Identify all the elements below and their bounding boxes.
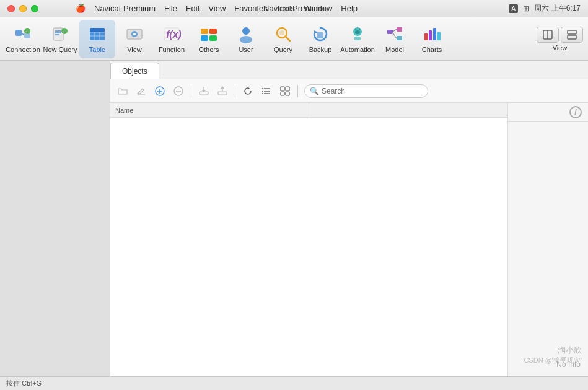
edit-button[interactable] [133, 83, 150, 99]
others-icon [199, 24, 219, 44]
svg-rect-44 [429, 30, 432, 40]
svg-rect-70 [281, 87, 284, 91]
new-button[interactable] [151, 83, 169, 99]
others-label: Others [198, 46, 219, 53]
toolbar-sep-1 [191, 85, 191, 97]
view-label: View [127, 46, 142, 53]
svg-line-42 [393, 33, 397, 38]
minimize-button[interactable] [19, 5, 27, 12]
toolbar-new-query[interactable]: + New Query [42, 20, 78, 58]
svg-text:f(x): f(x) [166, 29, 181, 40]
delete-button[interactable] [170, 83, 187, 99]
svg-rect-12 [90, 28, 105, 32]
input-indicator: A [509, 4, 518, 13]
function-label: Function [159, 46, 185, 53]
toolbar-sep-3 [297, 85, 298, 97]
model-icon [385, 24, 405, 44]
empty-table-content [110, 118, 507, 376]
close-button[interactable] [7, 5, 15, 12]
toolbar-connection[interactable]: + Connection [5, 20, 41, 58]
search-container: 🔍 [304, 84, 428, 98]
view-icon [125, 24, 144, 44]
tab-bar: Objects [110, 61, 588, 79]
status-text: 按住 Ctrl+G [6, 379, 42, 388]
menu-view[interactable]: View [208, 4, 226, 13]
table-icon [87, 24, 107, 44]
apple-menu[interactable]: 🍎 [76, 4, 86, 13]
list-view-button[interactable] [258, 83, 275, 99]
display-icon: ⊞ [523, 4, 529, 13]
svg-rect-40 [397, 36, 402, 40]
col-extra [309, 103, 508, 117]
svg-rect-73 [286, 92, 289, 95]
toolbar-charts[interactable]: Charts [414, 20, 450, 58]
open-folder-button[interactable] [114, 83, 131, 99]
status-bar: 按住 Ctrl+G [0, 376, 588, 390]
no-info-text: No Info [508, 122, 588, 376]
toolbar-view[interactable]: View [116, 20, 152, 58]
svg-point-34 [355, 30, 360, 34]
backup-label: Backup [309, 46, 332, 53]
main-toolbar: + Connection + New Query [0, 17, 588, 61]
toolbar-function[interactable]: f(x) Function [154, 20, 190, 58]
query-icon [273, 24, 293, 44]
toolbar-table[interactable]: Table [79, 20, 115, 58]
maximize-button[interactable] [31, 5, 38, 12]
grid-view-button[interactable] [276, 83, 294, 99]
svg-point-67 [262, 88, 263, 89]
toolbar-automation[interactable]: Automation [340, 20, 375, 58]
svg-rect-45 [433, 28, 436, 40]
toolbar-query[interactable]: Query [265, 20, 301, 58]
table-label: Table [89, 46, 105, 53]
title-bar: 🍎 Navicat Premium File Edit View Favorit… [0, 0, 588, 17]
svg-rect-39 [397, 27, 402, 32]
right-info-panel: i No Info [507, 103, 588, 376]
svg-rect-38 [387, 30, 393, 34]
view-single-button[interactable] [537, 27, 559, 43]
connection-label: Connection [6, 46, 40, 53]
clock: 周六 上午6:17 [534, 3, 581, 14]
menu-file[interactable]: File [164, 4, 177, 13]
svg-rect-0 [15, 30, 22, 36]
title-bar-right: A ⊞ 周六 上午6:17 [509, 3, 581, 14]
svg-rect-43 [424, 33, 428, 40]
automation-icon [348, 24, 367, 44]
table-area: Name i No Info [110, 103, 588, 376]
svg-rect-23 [209, 29, 217, 34]
query-label: Query [274, 46, 292, 53]
user-label: User [239, 46, 253, 53]
menu-navicat[interactable]: Navicat Premium [94, 4, 156, 13]
toolbar-model[interactable]: Model [377, 20, 413, 58]
info-header: i [508, 103, 588, 122]
menu-favorites[interactable]: Favorites [234, 4, 267, 13]
svg-rect-37 [354, 37, 361, 40]
backup-icon [310, 24, 330, 44]
table-content: Name [110, 103, 507, 376]
new-query-icon: + [50, 24, 70, 44]
svg-marker-63 [248, 87, 250, 89]
search-input[interactable] [322, 87, 423, 95]
tab-objects[interactable]: Objects [110, 63, 159, 79]
export-button[interactable] [214, 83, 231, 99]
import-button[interactable] [195, 83, 213, 99]
toolbar-user[interactable]: User [228, 20, 264, 58]
toolbar-others[interactable]: Others [191, 20, 227, 58]
svg-line-2 [22, 33, 24, 35]
window-title: Navicat Premium [263, 4, 325, 13]
svg-point-68 [262, 91, 263, 92]
svg-line-29 [286, 37, 290, 41]
content-panel: Objects [110, 61, 588, 376]
view-split-button[interactable] [561, 27, 583, 43]
info-icon[interactable]: i [569, 106, 582, 118]
svg-point-69 [262, 93, 263, 94]
new-query-label: New Query [43, 46, 77, 53]
automation-label: Automation [340, 46, 375, 53]
svg-rect-22 [201, 29, 208, 34]
menu-edit[interactable]: Edit [186, 4, 200, 13]
svg-rect-72 [281, 92, 284, 95]
svg-line-41 [393, 29, 397, 32]
toolbar-backup[interactable]: Backup [302, 20, 338, 58]
refresh-button[interactable] [239, 83, 257, 99]
search-icon: 🔍 [310, 87, 319, 95]
menu-help[interactable]: Help [341, 4, 358, 13]
